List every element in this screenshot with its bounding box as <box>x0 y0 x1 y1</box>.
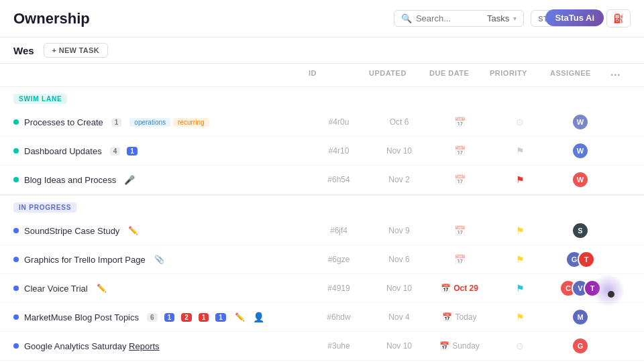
task-status-dot <box>13 286 19 291</box>
table-row[interactable]: MarketMuse Blog Post Topics 6 1 2 1 1 ✏️… <box>0 303 644 332</box>
avatar: W <box>572 142 589 160</box>
task-priority: ⚑ <box>490 225 550 236</box>
calendar-icon: 📅 <box>454 145 466 156</box>
filter-button[interactable]: ⛽ <box>606 9 631 27</box>
status-ai-badge: StaTus Ai <box>545 9 604 26</box>
tasks-dropdown[interactable]: Tasks <box>487 13 509 23</box>
task-name-cell: MarketMuse Blog Post Topics 6 1 2 1 1 ✏️… <box>13 312 309 322</box>
task-assignee: W <box>550 171 610 188</box>
task-name: Google Analytics Saturday Reports <box>24 341 160 351</box>
avatar: M <box>572 308 589 326</box>
swim-lane-section: SWIM LANE Processes to Create 1 operatio… <box>0 87 644 194</box>
table-row[interactable]: Dashboard Updates 4 1 #4r10 Nov 10 📅 ⚑ W <box>0 137 644 166</box>
task-updated: Nov 2 <box>369 175 429 184</box>
task-updated: Nov 10 <box>369 341 429 351</box>
avatar-stack: C V T <box>559 280 601 297</box>
task-name: Dashboard Updates <box>24 146 102 156</box>
priority-flag-icon: ⚑ <box>516 225 525 236</box>
task-updated: Oct 6 <box>369 117 429 127</box>
swim-lane-badge: SWIM LANE <box>13 94 67 104</box>
user-avatar-icon: 👤 <box>253 312 264 322</box>
table-row[interactable]: SoundStripe Case Study ✏️ #6jf4 Nov 9 📅 … <box>0 217 644 245</box>
task-due-date: 📅 <box>429 254 490 265</box>
search-input[interactable] <box>416 13 483 23</box>
col-id: ID <box>309 69 369 81</box>
avatar: W <box>572 171 589 188</box>
task-id: #4r0u <box>309 117 369 127</box>
in-progress-label: IN PROGRESS <box>0 196 644 217</box>
task-assignee: W <box>550 113 610 131</box>
due-date-today: Today <box>455 312 476 322</box>
table-row[interactable]: Blog Ideas and Process 🎤 #6h54 Nov 2 📅 ⚑… <box>0 166 644 194</box>
calendar-icon: 📅 <box>439 341 449 351</box>
new-task-button[interactable]: + NEW TASK <box>44 43 108 58</box>
task-status-dot <box>13 148 19 154</box>
calendar-icon: 📅 <box>442 312 452 322</box>
avatar: G <box>572 337 589 355</box>
priority-flag-icon: ⚑ <box>516 174 525 185</box>
task-badge-4: 1 <box>215 313 226 322</box>
task-blue-badge: 1 <box>127 147 138 156</box>
task-due-date: 📅 <box>429 117 490 127</box>
task-assignee: W <box>550 142 610 160</box>
task-updated: Nov 10 <box>369 146 429 156</box>
task-count-badge: 6 <box>147 313 158 322</box>
task-due-date: 📅 Sunday <box>429 341 490 351</box>
task-name: MarketMuse Blog Post Topics <box>24 312 139 322</box>
task-priority: ⚑ <box>490 283 550 294</box>
tag-operations: operations <box>129 118 170 127</box>
due-date-sunday: Sunday <box>452 341 480 351</box>
task-assignee: M <box>550 308 610 326</box>
task-name-cell: Dashboard Updates 4 1 <box>13 146 309 156</box>
task-assignee: G T <box>550 251 610 268</box>
task-priority: ⊙ <box>490 341 550 351</box>
task-name-cell: Google Analytics Saturday Reports <box>13 341 309 351</box>
avatar: W <box>572 113 589 131</box>
task-due-date: 📅 Oct 29 <box>429 284 490 293</box>
edit-icon: ✏️ <box>128 226 138 235</box>
task-name: Clear Voice Trial <box>24 284 88 294</box>
task-badge-2: 2 <box>181 313 192 322</box>
task-name-cell: Graphics for Trello Import Page 📎 <box>13 255 309 265</box>
filter-icon: ⛽ <box>613 13 624 23</box>
task-updated: Nov 4 <box>369 312 429 322</box>
task-name-cell: SoundStripe Case Study ✏️ <box>13 226 309 236</box>
priority-flag-icon: ⚑ <box>516 145 525 156</box>
task-status-dot <box>13 257 19 262</box>
overdue-date: Oct 29 <box>453 284 478 293</box>
mic-icon: 🎤 <box>124 175 135 185</box>
calendar-icon: 📅 <box>454 225 466 236</box>
more-options-icon[interactable]: ··· <box>610 69 621 80</box>
task-name: SoundStripe Case Study <box>24 226 119 236</box>
priority-icon: ⊙ <box>516 341 524 351</box>
task-id: #4r10 <box>309 146 369 156</box>
edit-icon: ✏️ <box>97 284 107 293</box>
task-name-cell: Processes to Create 1 operations recurri… <box>13 117 309 127</box>
table-row[interactable]: Processes to Create 1 operations recurri… <box>0 108 644 137</box>
swim-lane-label: SWIM LANE <box>0 87 644 108</box>
task-name: Processes to Create <box>24 117 103 127</box>
task-tags: operations recurring <box>129 118 209 127</box>
edit-icon: 📎 <box>154 255 164 264</box>
table-row[interactable]: Graphics for Trello Import Page 📎 #6gze … <box>0 245 644 274</box>
tag-recurring: recurring <box>173 118 209 127</box>
task-id: #6jf4 <box>309 226 369 235</box>
task-count-badge: 4 <box>110 147 121 156</box>
task-due-date: 📅 <box>429 174 490 185</box>
avatar-stack: G T <box>566 251 595 268</box>
priority-flag-icon: ⚑ <box>516 254 525 265</box>
table-row[interactable]: Clear Voice Trial ✏️ #4919 Nov 10 📅 Oct … <box>0 274 644 303</box>
table-row[interactable]: Google Analytics Saturday Reports #3uhe … <box>0 332 644 361</box>
task-name: Graphics for Trello Import Page <box>24 255 146 265</box>
task-assignee: S <box>550 222 610 239</box>
task-id: #6gze <box>309 255 369 264</box>
search-bar[interactable]: 🔍 Tasks ▾ <box>394 10 524 27</box>
task-id: #6hdw <box>309 312 369 322</box>
task-priority: ⚑ <box>490 312 550 322</box>
task-due-date: 📅 <box>429 225 490 236</box>
search-icon: 🔍 <box>401 13 412 23</box>
sub-header: Wes + NEW TASK <box>0 38 644 64</box>
task-updated: Nov 6 <box>369 255 429 264</box>
task-assignee: G <box>550 337 610 355</box>
task-badge-3: 1 <box>199 313 209 322</box>
